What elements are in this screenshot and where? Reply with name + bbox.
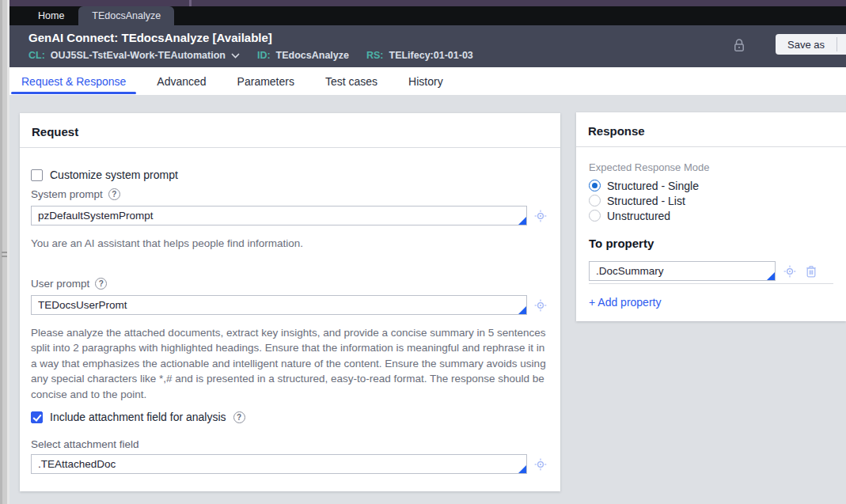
customize-system-prompt-row: Customize system prompt [31,169,548,181]
rs-value: TELifecy:01-01-03 [389,50,473,61]
system-prompt-input[interactable] [31,206,527,225]
open-property-target-icon[interactable] [783,264,797,279]
left-splitter-rail[interactable] [0,0,9,504]
user-prompt-input[interactable] [31,295,527,315]
cl-value: OUJ5SL-TstEval-Work-TEAutomation [51,50,226,61]
include-attachment-label: Include attachment field for analysis [50,411,226,423]
window-tab-tedocsanalyze[interactable]: TEdocsAnalyze [78,6,174,25]
window-tab-bar: Home TEdocsAnalyze [9,6,846,25]
attachment-field-input[interactable] [31,454,527,474]
customize-system-prompt-label: Customize system prompt [50,169,178,181]
radio-structured-single[interactable] [589,180,601,191]
rule-form-tabs: Request & Response Advanced Parameters T… [9,67,846,95]
radio-unstructured[interactable] [589,210,601,222]
save-as-button[interactable]: Save as [776,34,837,55]
system-prompt-helper-text: You are an AI assistant that helps peopl… [31,236,548,252]
rule-meta: CL: OUJ5SL-TstEval-Work-TEAutomation ID:… [28,50,491,61]
help-icon[interactable]: ? [233,411,245,423]
user-prompt-helper-text: Please analyze the attached documents, e… [31,325,549,403]
open-property-target-icon[interactable] [533,209,548,223]
mode-option-structured-list: Structured - List [589,193,833,208]
open-property-target-icon[interactable] [533,457,548,472]
user-prompt-field-label-row: User prompt ? [31,278,548,290]
chevron-down-icon[interactable] [231,53,240,59]
cl-label: CL: [28,50,45,61]
expression-corner-handle[interactable] [767,272,775,280]
user-prompt-label: User prompt [31,278,89,290]
request-panel-title: Request [20,113,560,148]
radio-label: Structured - Single [607,180,699,192]
tab-test-cases[interactable]: Test cases [315,67,388,95]
add-property-link[interactable]: + Add property [589,296,661,309]
help-icon[interactable]: ? [95,278,107,290]
meta-id: ID: TEdocsAnalyze [257,50,349,61]
customize-system-prompt-checkbox[interactable] [31,169,43,181]
save-as-menu-button[interactable] [837,34,846,55]
include-attachment-checkbox[interactable] [31,411,43,423]
page-title: GenAI Connect: TEdocsAnalyze [Available] [28,31,272,44]
top-purple-bar [9,0,846,6]
content-area: Request Customize system prompt System p… [9,95,846,504]
to-property-input[interactable] [589,261,776,281]
help-icon[interactable]: ? [108,188,120,200]
delete-property-trash-icon[interactable] [804,264,818,279]
to-property-label: To property [589,237,833,250]
expression-corner-handle[interactable] [518,217,526,225]
purple-bar-divider [189,0,192,6]
radio-label: Unstructured [607,210,670,222]
lock-icon[interactable] [732,37,746,53]
radio-structured-list[interactable] [589,195,601,207]
tab-request-response[interactable]: Request & Response [11,67,136,95]
user-prompt-input-row [31,295,548,315]
expression-corner-handle[interactable] [518,465,526,473]
expression-corner-handle[interactable] [518,306,526,314]
system-prompt-label: System prompt [31,188,103,200]
response-mode-label: Expected Response Mode [589,161,833,173]
property-row-divider [589,283,833,284]
meta-class[interactable]: CL: OUJ5SL-TstEval-Work-TEAutomation [28,50,240,61]
open-property-target-icon[interactable] [533,298,548,313]
system-prompt-input-row [31,206,548,225]
to-property-row [589,261,833,281]
system-prompt-field-label-row: System prompt ? [31,188,548,200]
include-attachment-row: Include attachment field for analysis ? [31,411,548,423]
mode-option-structured-single: Structured - Single [589,178,833,193]
response-panel-title: Response [576,112,846,147]
response-panel: Response Expected Response Mode Structur… [576,112,846,321]
attachment-field-label: Select attachment field [31,438,139,450]
tab-history[interactable]: History [398,67,453,95]
rule-header: GenAI Connect: TEdocsAnalyze [Available]… [9,25,846,67]
mode-option-unstructured: Unstructured [589,208,833,223]
meta-ruleset: RS: TELifecy:01-01-03 [366,50,473,61]
tab-parameters[interactable]: Parameters [227,67,305,95]
attachment-field-label-row: Select attachment field [31,438,548,450]
window-tab-home[interactable]: Home [25,6,77,25]
request-panel: Request Customize system prompt System p… [20,113,560,491]
id-value: TEdocsAnalyze [276,50,349,61]
tab-advanced[interactable]: Advanced [146,67,216,95]
rs-label: RS: [366,50,384,61]
save-as-split-button: Save as [776,34,846,55]
splitter-grip-icon[interactable] [2,252,7,259]
id-label: ID: [257,50,271,61]
attachment-field-input-row [31,454,548,474]
radio-label: Structured - List [607,195,685,207]
genai-connect-screen: Home TEdocsAnalyze GenAI Connect: TEdocs… [0,0,846,504]
